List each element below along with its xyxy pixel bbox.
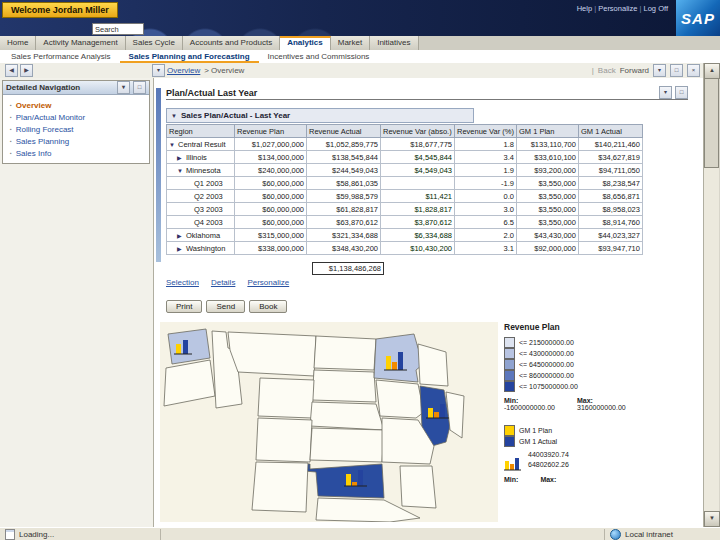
page-menu-icon[interactable]: ▾ bbox=[653, 64, 666, 77]
region-cell[interactable]: Q1 2003 bbox=[167, 177, 235, 190]
navigation-link[interactable]: Overview bbox=[16, 101, 52, 110]
expand-icon[interactable]: ▶ bbox=[177, 245, 184, 252]
second-level-tab[interactable]: Sales Planning and Forecasting bbox=[120, 50, 259, 63]
status-bar: Loading... Local intranet bbox=[0, 527, 720, 540]
column-header[interactable]: GM 1 Plan bbox=[516, 125, 578, 138]
scroll-down-icon[interactable]: ▼ bbox=[704, 511, 720, 527]
iview-title: Plan/Actual Last Year bbox=[166, 88, 257, 98]
scrollbar-thumb[interactable] bbox=[704, 78, 719, 168]
revenue-var-pct-cell: 3.1 bbox=[455, 242, 517, 255]
navigation-link[interactable]: Plan/Actual Monitor bbox=[16, 113, 85, 122]
region-cell[interactable]: Q2 2003 bbox=[167, 190, 235, 203]
navigation-link[interactable]: Rolling Forecast bbox=[16, 125, 74, 134]
state-colorado[interactable] bbox=[256, 418, 312, 462]
state-nebraska[interactable] bbox=[310, 402, 384, 430]
report-link[interactable]: Details bbox=[211, 278, 235, 287]
close-icon[interactable]: × bbox=[687, 64, 700, 77]
vertical-scrollbar[interactable]: ▲ ▼ bbox=[703, 63, 719, 527]
table-row: ▶Illinois $134,000,000 $138,545,844 $4,5… bbox=[167, 151, 643, 164]
scroll-up-icon[interactable]: ▲ bbox=[704, 63, 720, 79]
history-icon[interactable]: ▾ bbox=[152, 64, 165, 77]
action-button[interactable]: Send bbox=[206, 300, 245, 313]
iview-collapse-icon[interactable]: ▾ bbox=[659, 86, 672, 99]
masthead-link[interactable]: Log Off bbox=[637, 4, 668, 13]
min-value: -1600000000.00 bbox=[504, 404, 555, 411]
state-washington[interactable] bbox=[168, 329, 210, 364]
region-cell[interactable]: ▶Washington bbox=[167, 242, 235, 255]
column-header[interactable]: GM 1 Actual bbox=[578, 125, 642, 138]
revenue-actual-cell: $61,828,817 bbox=[307, 203, 381, 216]
revenue-actual-cell: $244,549,043 bbox=[307, 164, 381, 177]
second-level-tab[interactable]: Incentives and Commissions bbox=[259, 50, 379, 63]
gm-plan-cell: $133,110,700 bbox=[516, 138, 578, 151]
action-button[interactable]: Print bbox=[166, 300, 202, 313]
gm-legend-label: GM 1 Plan bbox=[519, 427, 552, 434]
masthead: Welcome Jordan Miller HelpPersonalizeLog… bbox=[0, 0, 720, 36]
state-arkansas[interactable] bbox=[400, 466, 436, 508]
maximize-icon[interactable]: □ bbox=[670, 64, 683, 77]
column-header[interactable]: Revenue Var (abso.) bbox=[381, 125, 455, 138]
status-middle bbox=[161, 529, 605, 540]
top-level-tab[interactable]: Sales Cycle bbox=[126, 36, 183, 50]
top-level-tab[interactable]: Market bbox=[331, 36, 370, 50]
us-map bbox=[160, 322, 498, 522]
report-selector[interactable]: ▼ Sales Plan/Actual - Last Year bbox=[166, 108, 474, 123]
legend-swatch bbox=[504, 337, 515, 348]
search-input[interactable] bbox=[92, 23, 144, 35]
map-legend: Revenue Plan <= 215000000.00 <= 43000000… bbox=[504, 322, 694, 483]
gm-actual-cell: $8,914,760 bbox=[578, 216, 642, 229]
state-new-mexico[interactable] bbox=[252, 462, 308, 512]
top-level-tab[interactable]: Analytics bbox=[280, 36, 331, 50]
region-cell[interactable]: Q4 2003 bbox=[167, 216, 235, 229]
navigation-link[interactable]: Sales Planning bbox=[16, 137, 69, 146]
forward-button[interactable]: Forward bbox=[620, 66, 649, 75]
masthead-link[interactable]: Help bbox=[577, 4, 592, 13]
region-cell[interactable]: ▶Illinois bbox=[167, 151, 235, 164]
expand-icon[interactable]: ▶ bbox=[177, 232, 184, 239]
iview-maximize-icon[interactable]: □ bbox=[675, 86, 688, 99]
column-header[interactable]: Revenue Var (%) bbox=[455, 125, 517, 138]
masthead-link[interactable]: Personalize bbox=[592, 4, 637, 13]
state-kansas[interactable] bbox=[310, 428, 384, 462]
tray-collapse-icon[interactable]: ▾ bbox=[117, 81, 130, 94]
column-header[interactable]: Revenue Plan bbox=[235, 125, 307, 138]
region-cell[interactable]: ▼Minnesota bbox=[167, 164, 235, 177]
revenue-var-abs-cell: $3,870,612 bbox=[381, 216, 455, 229]
region-cell[interactable]: Q3 2003 bbox=[167, 203, 235, 216]
state-north-dakota[interactable] bbox=[314, 336, 376, 370]
report-link[interactable]: Selection bbox=[166, 278, 199, 287]
collapse-right-icon[interactable]: ▶ bbox=[20, 64, 33, 77]
top-level-tab[interactable]: Home bbox=[0, 36, 36, 50]
gm-legend: GM 1 Plan GM 1 Actual 44003920.74648 bbox=[504, 425, 694, 483]
breadcrumb-link[interactable]: Overview bbox=[167, 66, 200, 75]
collapse-left-icon[interactable]: ◀ bbox=[5, 64, 18, 77]
tray-menu-icon[interactable]: □ bbox=[133, 81, 146, 94]
expand-icon[interactable]: ▼ bbox=[169, 142, 176, 148]
second-level-tab[interactable]: Sales Performance Analysis bbox=[2, 50, 120, 63]
region-cell[interactable]: ▼Central Result bbox=[167, 138, 235, 151]
revenue-plan-cell: $60,000,000 bbox=[235, 203, 307, 216]
revenue-var-pct-cell: 2.0 bbox=[455, 229, 517, 242]
top-level-tab[interactable]: Accounts and Products bbox=[183, 36, 280, 50]
expand-icon[interactable]: ▶ bbox=[177, 154, 184, 161]
region-cell[interactable]: ▶Oklahoma bbox=[167, 229, 235, 242]
state-iowa[interactable] bbox=[376, 380, 424, 418]
state-wyoming[interactable] bbox=[258, 378, 314, 418]
top-level-tab[interactable]: Activity Management bbox=[36, 36, 125, 50]
state-south-dakota[interactable] bbox=[312, 370, 376, 402]
action-button[interactable]: Book bbox=[249, 300, 287, 313]
revenue-actual-cell: $321,334,688 bbox=[307, 229, 381, 242]
gm-actual-cell: $94,711,050 bbox=[578, 164, 642, 177]
column-header[interactable]: Region bbox=[167, 125, 235, 138]
navigation-link[interactable]: Sales Info bbox=[16, 149, 52, 158]
state-montana[interactable] bbox=[228, 332, 316, 376]
legend-label: <= 215000000.00 bbox=[519, 339, 574, 346]
legend-label: <= 645000000.00 bbox=[519, 361, 574, 368]
expand-icon[interactable]: ▼ bbox=[177, 168, 184, 174]
report-link[interactable]: Personalize bbox=[247, 278, 289, 287]
column-header[interactable]: Revenue Actual bbox=[307, 125, 381, 138]
back-button[interactable]: Back bbox=[598, 66, 616, 75]
action-buttons: PrintSendBook bbox=[166, 300, 287, 313]
region-label: Q1 2003 bbox=[194, 179, 223, 188]
top-level-tab[interactable]: Initiatives bbox=[370, 36, 418, 50]
